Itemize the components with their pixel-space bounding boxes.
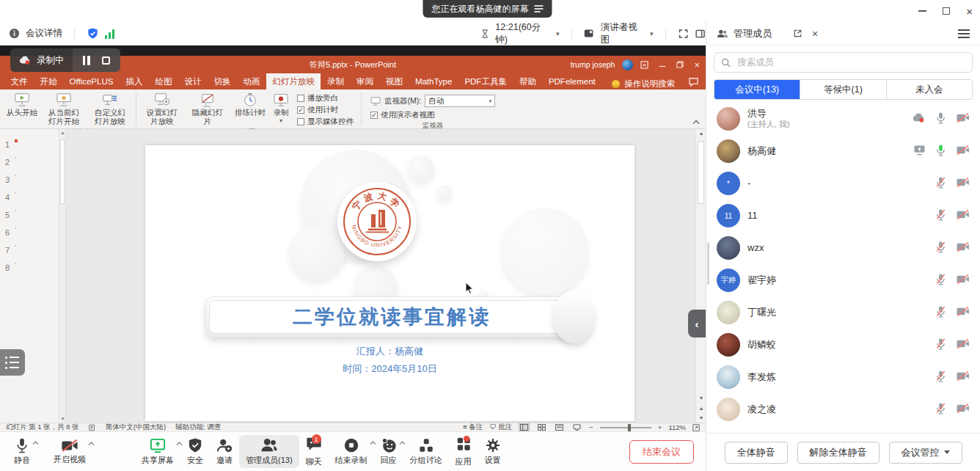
monitor-select[interactable]: 自动▾ — [425, 95, 495, 107]
camera-icon[interactable] — [956, 338, 970, 352]
timer-dropdown-caret-icon[interactable]: ▾ — [556, 30, 560, 37]
reactions-button[interactable]: 回应 — [374, 435, 403, 468]
slide-thumbnail[interactable]: 1 — [0, 139, 65, 149]
ppt-tab[interactable]: 幻灯片放映 — [266, 73, 321, 90]
from-beginning-button[interactable]: 从头开始 — [3, 91, 41, 118]
meeting-float-widget[interactable] — [0, 349, 25, 376]
presenter-view-checkbox[interactable]: ✓使用演示者视图 — [370, 110, 495, 120]
ppt-tab[interactable]: 审阅 — [350, 73, 379, 90]
member-row[interactable]: 11 11 — [706, 200, 980, 232]
member-row[interactable]: wzx — [706, 232, 980, 264]
invite-button[interactable]: 邀请 — [210, 435, 239, 468]
scroll-down-icon[interactable]: ▼ — [59, 417, 66, 421]
zoom-slider[interactable] — [600, 427, 651, 428]
ppt-restore-icon[interactable] — [676, 61, 684, 68]
show-media-controls-checkbox[interactable]: 显示媒体控件 — [297, 117, 354, 127]
end-meeting-button[interactable]: 结束会议 — [629, 440, 694, 464]
camera-icon[interactable] — [956, 145, 970, 158]
mic-icon[interactable] — [935, 144, 946, 159]
stop-recording-button[interactable]: 结束录制 — [329, 435, 374, 468]
ppt-close-icon[interactable]: × — [694, 59, 700, 70]
ppt-tab[interactable]: 录制 — [321, 73, 350, 90]
member-row[interactable]: 凌之凌 — [706, 393, 980, 426]
ppt-account-avatar[interactable] — [622, 59, 633, 70]
close-icon[interactable]: × — [966, 6, 973, 17]
slide-thumbnail[interactable]: 2 — [0, 157, 65, 167]
camera-icon[interactable] — [956, 403, 970, 417]
ppt-tab[interactable]: PDFelement — [542, 73, 601, 90]
slide-thumbnail[interactable]: 6 — [0, 227, 65, 237]
close-panel-icon[interactable]: × — [812, 28, 818, 40]
mic-icon[interactable] — [935, 305, 946, 321]
mic-icon[interactable] — [935, 337, 946, 353]
ppt-tab[interactable]: MathType — [409, 73, 458, 90]
camera-icon[interactable] — [956, 370, 970, 384]
minimize-icon[interactable] — [918, 10, 926, 12]
maximize-icon[interactable] — [943, 7, 950, 15]
slide-thumbnail[interactable]: 3 — [0, 175, 65, 184]
ppt-minimize-icon[interactable] — [659, 61, 666, 68]
watching-screen-pill[interactable]: 您正在观看杨高健的屏幕 — [423, 0, 552, 18]
slide-thumbnail[interactable]: 7 — [0, 245, 65, 255]
mic-icon[interactable] — [935, 241, 946, 256]
mute-button[interactable]: 静音 — [7, 435, 37, 468]
normal-view-icon[interactable] — [519, 423, 530, 431]
ppt-account-name[interactable]: trump joseph — [571, 60, 615, 69]
thumbnail-scrollbar[interactable]: ▲ ▼ — [59, 129, 65, 423]
mic-icon[interactable] — [935, 402, 946, 417]
fullscreen-icon[interactable] — [678, 28, 689, 40]
camera-icon[interactable] — [956, 112, 970, 126]
pill-menu-icon[interactable] — [534, 5, 543, 12]
previous-slide-icon[interactable]: ▲ — [696, 406, 706, 411]
use-timings-checkbox[interactable]: ✓使用计时 — [297, 105, 354, 115]
breakout-rooms-button[interactable]: 分组讨论 — [403, 435, 449, 468]
custom-slideshow-button[interactable]: 自定义幻灯片放映 — [87, 91, 133, 127]
member-row[interactable]: 宇婷 翟宇婷 — [706, 264, 980, 296]
member-list-scrollbar[interactable] — [707, 242, 709, 285]
scroll-up-icon[interactable]: ▲ — [59, 131, 66, 135]
scroll-thumb[interactable] — [698, 141, 704, 204]
comments-icon[interactable] — [689, 78, 698, 87]
ppt-tab[interactable]: 文件 — [4, 73, 34, 90]
slide-thumbnail[interactable]: 4 — [0, 192, 65, 202]
hide-slide-button[interactable]: 隐藏幻灯片 — [185, 91, 230, 127]
member-row[interactable]: 洪导 (主持人, 我) — [706, 103, 980, 135]
chat-button[interactable]: 1 聊天 — [299, 434, 329, 470]
zoom-in-icon[interactable]: + — [658, 423, 662, 431]
mic-icon[interactable] — [935, 370, 946, 385]
setup-slideshow-button[interactable]: 设置幻灯片放映 — [139, 91, 185, 127]
view-dropdown-caret-icon[interactable]: ▾ — [650, 30, 654, 37]
spellcheck-icon[interactable] — [89, 424, 96, 431]
ppt-tab[interactable]: PDF工具集 — [458, 73, 513, 90]
ppt-tab[interactable]: 切换 — [208, 73, 237, 90]
zoom-level[interactable]: 112% — [668, 423, 686, 431]
ppt-tab[interactable]: 设计 — [178, 73, 208, 90]
slide-sorter-view-icon[interactable] — [536, 423, 547, 431]
view-mode-label[interactable]: 演讲者视图 — [601, 21, 644, 46]
slide-thumbnail[interactable]: 8 — [0, 263, 65, 272]
ppt-tab[interactable]: OfficePLUS — [63, 73, 120, 90]
mic-icon[interactable] — [935, 273, 946, 288]
apps-button[interactable]: 应用 — [449, 434, 478, 470]
pause-recording-icon[interactable] — [83, 56, 90, 65]
video-options-caret-icon[interactable] — [88, 442, 95, 446]
ppt-tab[interactable]: 插入 — [120, 73, 149, 90]
mic-icon[interactable] — [935, 208, 946, 224]
stop-recording-icon[interactable] — [102, 56, 110, 65]
zoom-out-icon[interactable]: − — [589, 423, 593, 431]
ppt-tab[interactable]: 帮助 — [513, 73, 542, 90]
mute-options-caret-icon[interactable] — [32, 441, 39, 445]
from-current-slide-button[interactable]: 从当前幻灯片开始 — [41, 91, 87, 127]
ppt-tab[interactable]: 动画 — [237, 73, 266, 90]
camera-icon[interactable] — [956, 306, 970, 320]
settings-button[interactable]: 设置 — [478, 435, 508, 468]
ribbon-options-icon[interactable] — [640, 61, 648, 69]
zoom-slider-thumb[interactable] — [628, 424, 631, 431]
share-screen-button[interactable]: 共享屏幕 — [135, 436, 180, 468]
tab-waiting[interactable]: 等候中(1) — [800, 80, 886, 99]
security-shield-icon[interactable] — [87, 27, 99, 40]
member-row[interactable]: 胡鳞蛟 — [706, 329, 980, 361]
meeting-control-button[interactable]: 会议管控 — [889, 442, 962, 464]
record-slideshow-button[interactable]: 录制 ▾ — [269, 91, 293, 125]
slideshow-view-icon[interactable] — [571, 423, 582, 431]
